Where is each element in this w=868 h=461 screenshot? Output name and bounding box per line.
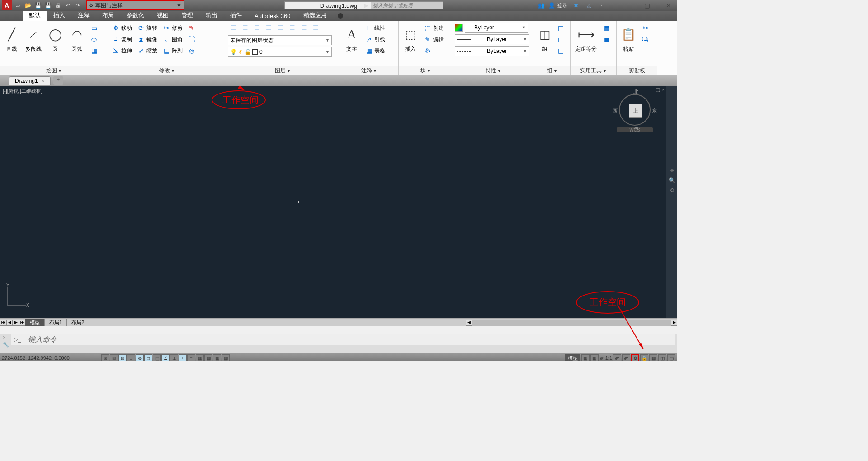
panel-utilities-title[interactable]: 实用工具▼ [571, 66, 616, 75]
new-tab-button[interactable]: + [53, 76, 63, 85]
rotate-button[interactable]: ⟳旋转 [136, 23, 159, 33]
login-button[interactable]: 👤 登录 [548, 2, 568, 9]
line-button[interactable]: ╱直线 [2, 23, 22, 53]
panel-draw-title[interactable]: 绘图▼ [0, 66, 108, 75]
status-grid-button[interactable]: ⊞ [118, 354, 127, 361]
cmdline-close-icon[interactable]: × [3, 334, 5, 340]
redo-icon[interactable]: ↷ [73, 1, 82, 10]
group-bbox-button[interactable]: ◫ [555, 45, 566, 56]
layer-off-button[interactable]: ☰ [240, 23, 250, 33]
tab-insert[interactable]: 插入 [47, 10, 71, 21]
linetype-dropdown[interactable]: ByLayer▼ [455, 46, 529, 56]
layout-first-button[interactable]: ⏮ [0, 320, 6, 326]
status-iso-button[interactable]: ◫ [658, 354, 666, 361]
move-button[interactable]: ✥移动 [110, 23, 134, 33]
status-dyn-button[interactable]: + [179, 354, 187, 361]
new-icon[interactable]: ▱ [14, 1, 23, 10]
annoscale-value[interactable]: 1:1 [605, 355, 612, 361]
orbit-icon[interactable]: ⟲ [670, 187, 674, 193]
tab-view[interactable]: 视图 [151, 10, 175, 21]
ungroup-button[interactable]: ◫ [555, 23, 566, 33]
layout-tab-layout1[interactable]: 布局1 [45, 319, 67, 326]
close-button[interactable]: ✕ [662, 2, 675, 9]
measure-button[interactable]: ⟼定距等分 [572, 23, 599, 53]
group-button[interactable]: ◫组 [536, 23, 553, 53]
tab-output[interactable]: 输出 [199, 10, 224, 21]
tab-annotate[interactable]: 注释 [71, 10, 96, 21]
util2-button[interactable]: ▦ [601, 34, 612, 45]
status-otrack-button[interactable]: ∠ [161, 354, 170, 361]
color-dropdown[interactable]: ByLayer▼ [465, 23, 528, 33]
layout-tab-model[interactable]: 模型 [25, 319, 45, 326]
status-qv2-button[interactable]: ▦ [590, 354, 599, 361]
status-space-button[interactable]: 模型 [565, 354, 580, 361]
vp-close-icon[interactable]: × [662, 87, 665, 93]
layout-tab-layout2[interactable]: 布局2 [67, 319, 89, 326]
status-ducs-button[interactable]: ⊥ [170, 354, 178, 361]
panel-modify-title[interactable]: 修改▼ [108, 66, 226, 75]
workspace-dropdown[interactable]: ⚙ 草图与注释 ▼ [86, 0, 184, 10]
copy-button[interactable]: ⿻复制 [110, 34, 134, 45]
status-clean-button[interactable]: ▢ [667, 354, 675, 361]
util1-button[interactable]: ▦ [601, 23, 612, 33]
text-button[interactable]: A文字 [342, 23, 362, 53]
viewcube[interactable]: 上 北 南 西 东 WCS [617, 94, 653, 139]
tab-featured[interactable]: 精选应用 [297, 10, 333, 21]
panel-properties-title[interactable]: 特性▼ [453, 66, 534, 75]
status-osnap-button[interactable]: □ [144, 354, 152, 361]
ribbon-expand-icon[interactable] [338, 13, 343, 19]
status-am-button[interactable]: ▦ [222, 354, 230, 361]
layer-state-dropdown[interactable]: 未保存的图层状态▼ [228, 35, 332, 45]
open-icon[interactable]: 📂 [24, 1, 33, 10]
status-lock-button[interactable]: 🔒 [640, 354, 648, 361]
panel-layers-title[interactable]: 图层▼ [226, 66, 340, 75]
layer-lock-button[interactable]: ☰ [263, 23, 274, 33]
layer-iso-button[interactable]: ☰ [275, 23, 286, 33]
tab-manage[interactable]: 管理 [175, 10, 199, 21]
autodesk-icon[interactable]: ◬ [584, 1, 593, 10]
viewport-label[interactable]: [-][俯视][二维线框] [3, 88, 42, 94]
rectangle-button[interactable]: ▭ [89, 23, 99, 33]
close-tab-icon[interactable]: × [42, 78, 45, 84]
tab-autodesk360[interactable]: Autodesk 360 [248, 11, 297, 21]
app-icon[interactable]: A [2, 0, 12, 10]
edit-block-button[interactable]: ✎编辑 [422, 34, 446, 45]
pan-icon[interactable]: ⎈ [670, 167, 674, 174]
create-block-button[interactable]: ⬚创建 [422, 23, 446, 33]
linear-button[interactable]: ⊢线性 [363, 23, 387, 33]
status-sc-button[interactable]: ▦ [213, 354, 221, 361]
tab-layout[interactable]: 布局 [96, 10, 120, 21]
exchange-icon[interactable]: ✖ [571, 1, 580, 10]
insert-block-button[interactable]: ⬚插入 [401, 23, 420, 53]
layer-freeze-button[interactable]: ☰ [251, 23, 262, 33]
maximize-button[interactable]: ▢ [640, 2, 654, 9]
scale-button[interactable]: ⤢缩放 [136, 45, 159, 56]
layer-current-dropdown[interactable]: 💡 ☀ 🔓 0 ▼ [228, 47, 332, 57]
cmdline-wrench-icon[interactable]: 🔧 [3, 342, 9, 348]
saveas-icon[interactable]: 💾 [43, 1, 52, 10]
trim-button[interactable]: ✂修剪 [161, 23, 184, 33]
status-workspace-button[interactable]: ⚙ [631, 354, 639, 361]
status-polar-button[interactable]: ⊕ [136, 354, 144, 361]
erase-button[interactable]: ✎ [186, 23, 197, 33]
offset-button[interactable]: ◎ [186, 45, 197, 56]
vp-max-icon[interactable]: ▢ [656, 87, 660, 93]
status-ortho-button[interactable]: ∟ [127, 354, 135, 361]
status-annovis-button[interactable]: 🙰 [613, 354, 621, 361]
infocenter-icon[interactable]: 👥 [538, 2, 545, 9]
layout-last-button[interactable]: ⏭ [19, 320, 25, 326]
panel-annotation-title[interactable]: 注释▼ [340, 66, 398, 75]
layout-prev-button[interactable]: ◀ [6, 320, 13, 326]
hscrollbar[interactable] [472, 320, 671, 326]
status-3dosnap-button[interactable]: ◫ [153, 354, 161, 361]
layer-more3-button[interactable]: ☰ [310, 23, 321, 33]
array-button[interactable]: ▦阵列 [161, 45, 184, 56]
mirror-button[interactable]: ⧗镜像 [136, 34, 159, 45]
search-play-icon[interactable]: ▶ [362, 1, 371, 10]
status-infer-button[interactable]: ⊞ [101, 354, 109, 361]
polyline-button[interactable]: ⟋多段线 [24, 23, 43, 53]
help-icon[interactable]: · [597, 1, 606, 10]
table-button[interactable]: ▦表格 [363, 45, 387, 56]
commandline-input[interactable] [24, 335, 675, 343]
tab-default[interactable]: 默认 [23, 10, 47, 21]
